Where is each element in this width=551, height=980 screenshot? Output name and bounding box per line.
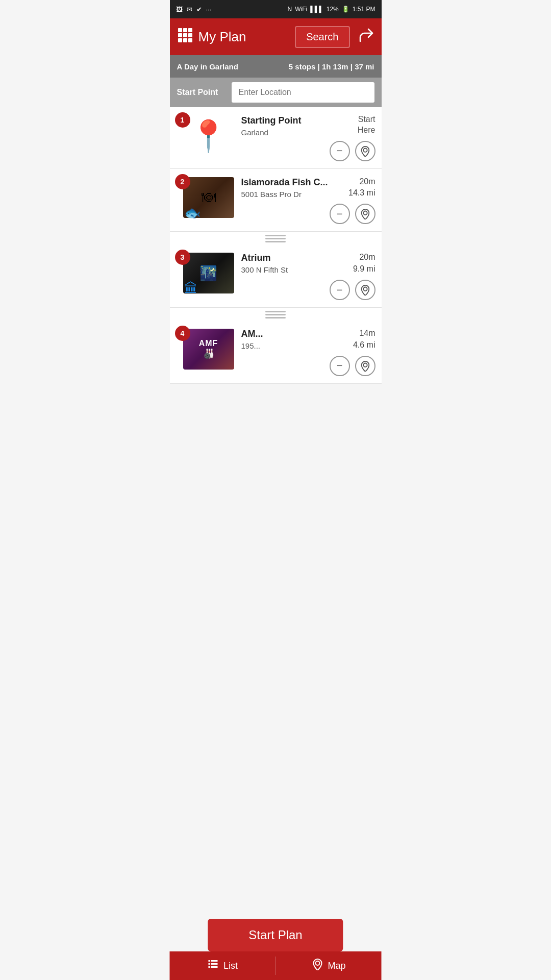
stop-image-3: 🌃 🏛 <box>183 253 234 293</box>
stop-buttons-4: − <box>330 356 375 376</box>
svg-point-12 <box>363 363 367 366</box>
plan-title: A Day in Garland <box>177 62 238 71</box>
stop-actions-4: 14m4.6 mi − <box>330 328 375 376</box>
svg-rect-4 <box>183 33 187 37</box>
stop-actions-3: 20m9.9 mi − <box>330 252 375 300</box>
svg-rect-1 <box>183 28 187 32</box>
stop-actions-1: StartHere − <box>330 114 375 161</box>
svg-rect-8 <box>188 38 192 42</box>
nfc-icon: N <box>288 6 292 13</box>
svg-rect-2 <box>188 28 192 32</box>
remove-stop-3-button[interactable]: − <box>330 280 350 300</box>
stop-badge-4: 4 <box>175 326 190 341</box>
stop-name-2: Islamorada Fish C... <box>241 177 330 188</box>
stop-address-4: 195... <box>241 341 330 350</box>
start-here-label: StartHere <box>358 114 375 136</box>
stop-image-2: 🍽 🐟 <box>183 177 234 218</box>
stop-actions-2: 20m14.3 mi − <box>330 176 375 225</box>
remove-stop-1-button[interactable]: − <box>330 141 350 161</box>
header: My Plan Search <box>170 18 382 55</box>
check-icon: ✔ <box>196 6 202 13</box>
time: 1:51 PM <box>353 6 375 13</box>
stop-buttons-3: − <box>330 280 375 300</box>
stop-address-1: Garland <box>241 128 330 137</box>
stop-time-3: 20m9.9 mi <box>353 252 375 275</box>
stop-badge-3: 3 <box>175 250 190 265</box>
search-button[interactable]: Search <box>295 26 349 48</box>
battery-percent: 12% <box>327 6 339 13</box>
location-pin-2-button[interactable] <box>355 204 375 224</box>
battery-icon: 🔋 <box>342 6 349 13</box>
svg-rect-5 <box>188 33 192 37</box>
svg-point-10 <box>363 211 367 215</box>
remove-stop-2-button[interactable]: − <box>330 204 350 224</box>
stop-address-2: 5001 Bass Pro Dr <box>241 190 330 199</box>
mail-icon: ✉ <box>187 6 192 13</box>
stop-time-4: 14m4.6 mi <box>353 328 375 351</box>
start-point-input[interactable] <box>232 82 374 103</box>
drag-handle-1[interactable] <box>170 232 382 244</box>
location-pin-4-button[interactable] <box>355 356 375 376</box>
stop-time-2: 20m14.3 mi <box>348 176 375 199</box>
stop-buttons-2: − <box>330 204 375 224</box>
svg-rect-6 <box>178 38 182 42</box>
svg-rect-0 <box>178 28 182 32</box>
start-point-label: Start Point <box>177 88 226 97</box>
location-pin-3-button[interactable] <box>355 280 375 300</box>
stop-item-3: 3 🌃 🏛 Atrium 300 N Fifth St 20m9.9 mi − <box>170 244 382 308</box>
stop-content-3: Atrium 300 N Fifth St <box>241 252 330 274</box>
plan-details: 5 stops | 1h 13m | 37 mi <box>289 62 374 71</box>
app-title: My Plan <box>198 29 290 45</box>
stop-item: 1 📍 Starting Point Garland StartHere − <box>170 107 382 169</box>
status-right-info: N WiFi ▌▌▌ 12% 🔋 1:51 PM <box>288 6 375 13</box>
svg-point-11 <box>363 287 367 291</box>
stop-content-2: Islamorada Fish C... 5001 Bass Pro Dr <box>241 176 330 199</box>
stop-item-2: 2 🍽 🐟 Islamorada Fish C... 5001 Bass Pro… <box>170 169 382 232</box>
stop-name-1: Starting Point <box>241 115 330 126</box>
stop-content-4: AM... 195... <box>241 328 330 350</box>
map-pin-icon: 📍 <box>189 118 228 154</box>
share-icon[interactable] <box>358 27 374 47</box>
grid-icon[interactable] <box>177 27 193 47</box>
stop-badge-2: 2 <box>175 174 190 189</box>
stop-content-1: Starting Point Garland <box>241 114 330 137</box>
status-bar: 🖼 ✉ ✔ ··· N WiFi ▌▌▌ 12% 🔋 1:51 PM <box>170 0 382 18</box>
stop-badge-1: 1 <box>175 112 190 128</box>
svg-point-9 <box>363 148 367 152</box>
signal-icon: ▌▌▌ <box>310 6 323 13</box>
more-icon: ··· <box>206 6 212 13</box>
stop-address-3: 300 N Fifth St <box>241 265 330 274</box>
status-left-icons: 🖼 ✉ ✔ ··· <box>176 6 212 13</box>
wifi-icon: WiFi <box>295 6 307 13</box>
stop-image-1: 📍 <box>183 115 234 156</box>
start-point-bar: Start Point <box>170 78 382 107</box>
remove-stop-4-button[interactable]: − <box>330 356 350 376</box>
photo-icon: 🖼 <box>176 6 183 13</box>
drag-handle-2[interactable] <box>170 308 382 321</box>
location-pin-1-button[interactable] <box>355 141 375 161</box>
stop-name-4: AM... <box>241 329 330 339</box>
plan-info-bar: A Day in Garland 5 stops | 1h 13m | 37 m… <box>170 55 382 78</box>
stop-buttons-1: − <box>330 141 375 161</box>
stop-image-4: AMF 🎳 <box>183 329 234 370</box>
stop-name-3: Atrium <box>241 253 330 263</box>
fish-icon: 🐟 <box>184 205 201 221</box>
building-icon: 🏛 <box>184 281 197 297</box>
svg-rect-7 <box>183 38 187 42</box>
svg-rect-3 <box>178 33 182 37</box>
stop-item-4: 4 AMF 🎳 AM... 195... 14m4.6 mi − <box>170 321 382 384</box>
